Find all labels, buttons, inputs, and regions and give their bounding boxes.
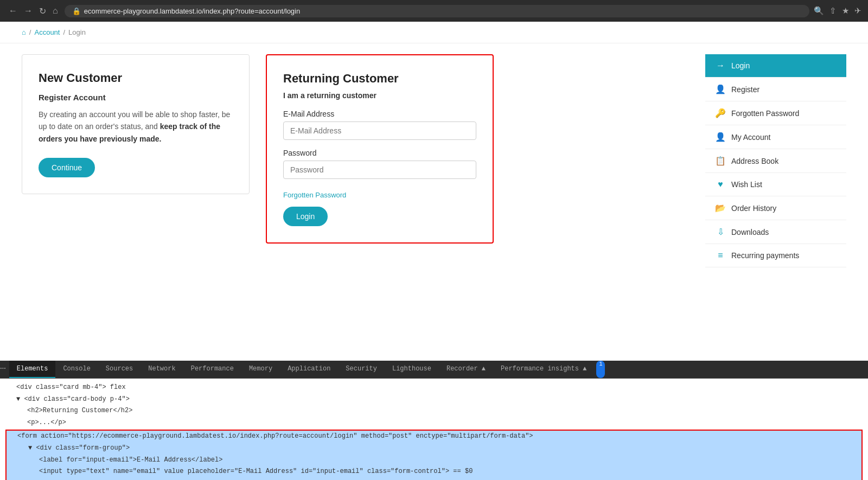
- sidebar-item-downloads[interactable]: ⇩Downloads: [705, 220, 846, 244]
- address-book-icon: 📋: [715, 156, 726, 166]
- continue-button[interactable]: Continue: [39, 158, 95, 177]
- sidebar-item-label: My Account: [731, 133, 770, 142]
- sidebar-item-order-history[interactable]: 📂Order History: [705, 196, 846, 220]
- nav-reload-button[interactable]: ↻: [37, 4, 48, 18]
- my-account-icon: 👤: [715, 132, 726, 142]
- devtools-panel: … ElementsConsoleSourcesNetworkPerforman…: [0, 361, 868, 480]
- devtools-tab-lighthouse[interactable]: Lighthouse: [385, 361, 439, 378]
- devtools-tab-memory[interactable]: Memory: [241, 361, 280, 378]
- sidebar-item-my-account[interactable]: 👤My Account: [705, 125, 846, 149]
- new-customer-description: By creating an account you will be able …: [39, 108, 233, 145]
- sidebar-item-address-book[interactable]: 📋Address Book: [705, 149, 846, 173]
- devtools-tab-network[interactable]: Network: [141, 361, 183, 378]
- sidebar-item-register[interactable]: 👤Register: [705, 78, 846, 101]
- register-icon: 👤: [715, 84, 726, 94]
- devtools-tab-recorder-▲[interactable]: Recorder ▲: [439, 361, 493, 378]
- breadcrumb-sep2: /: [63, 28, 65, 36]
- devtools-line: <p>...</p>: [5, 417, 863, 429]
- sidebar-item-label: Recurring payments: [731, 251, 799, 260]
- password-input[interactable]: [283, 161, 476, 179]
- sidebar-item-wish-list[interactable]: ♥Wish List: [705, 173, 846, 196]
- sidebar-item-label: Login: [731, 61, 750, 70]
- devtools-dots[interactable]: …: [0, 361, 6, 378]
- password-label: Password: [283, 149, 476, 157]
- devtools-tab-security[interactable]: Security: [338, 361, 385, 378]
- devtools-content: <div class="card mb-4"> flex▼ <div class…: [0, 379, 868, 480]
- email-label: E-Mail Address: [283, 110, 476, 118]
- devtools-highlight-box: <form action="https://ecommerce-playgrou…: [5, 430, 863, 480]
- browser-action-icons: 🔍 ⇧ ★ ✈: [814, 6, 861, 16]
- address-bar[interactable]: 🔒 ecommerce-playground.lambdatest.io/ind…: [65, 5, 809, 17]
- url-text: ecommerce-playground.lambdatest.io/index…: [84, 7, 301, 15]
- extension-icon[interactable]: ✈: [854, 6, 861, 16]
- breadcrumb: ⌂ / Account / Login: [0, 22, 868, 43]
- devtools-tab-performance[interactable]: Performance: [183, 361, 241, 378]
- sidebar-item-label: Forgotten Password: [731, 109, 799, 118]
- forgotten-password-link[interactable]: Forgotten Password: [283, 191, 346, 199]
- devtools-tab-performance-insights-▲[interactable]: Performance insights ▲: [493, 361, 594, 378]
- nav-forward-button[interactable]: →: [22, 4, 35, 18]
- nav-back-button[interactable]: ←: [7, 4, 20, 18]
- lock-icon: 🔒: [72, 7, 81, 15]
- devtools-line: ▼ <div class="form-group">: [7, 443, 861, 455]
- devtools-line: <h2>Returning Customer</h2>: [5, 405, 863, 417]
- cards-area: New Customer Register Account By creatin…: [22, 54, 689, 244]
- email-input[interactable]: [283, 121, 476, 140]
- downloads-icon: ⇩: [715, 227, 726, 237]
- returning-customer-heading: Returning Customer: [283, 72, 476, 86]
- devtools-line: </div>: [7, 478, 861, 480]
- sidebar: →Login👤Register🔑Forgotten Password👤My Ac…: [705, 54, 846, 267]
- devtools-line: <div class="card mb-4"> flex: [5, 382, 863, 394]
- breadcrumb-sep1: /: [29, 28, 31, 36]
- devtools-counter: 1: [596, 361, 605, 378]
- password-form-group: Password: [283, 149, 476, 179]
- order-history-icon: 📂: [715, 203, 726, 213]
- main-content: New Customer Register Account By creatin…: [0, 43, 868, 278]
- devtools-tab-elements[interactable]: Elements: [9, 361, 56, 378]
- devtools-line: <form action="https://ecommerce-playgrou…: [7, 431, 861, 443]
- devtools-line: ▼ <div class="card-body p-4">: [5, 394, 863, 406]
- sidebar-item-recurring-payments[interactable]: ≡Recurring payments: [705, 244, 846, 267]
- login-icon: →: [715, 61, 726, 71]
- new-customer-card: New Customer Register Account By creatin…: [22, 54, 250, 194]
- breadcrumb-login: Login: [68, 28, 86, 36]
- devtools-tabs: … ElementsConsoleSourcesNetworkPerforman…: [0, 361, 868, 379]
- devtools-line: <label for="input-email">E-Mail Address<…: [7, 455, 861, 466]
- register-account-heading: Register Account: [39, 93, 233, 102]
- forgotten-password-icon: 🔑: [715, 108, 726, 118]
- devtools-tab-application[interactable]: Application: [280, 361, 338, 378]
- returning-customer-subtitle: I am a returning customer: [283, 91, 476, 100]
- login-button[interactable]: Login: [283, 207, 328, 226]
- share-icon[interactable]: ⇧: [829, 6, 837, 16]
- star-icon[interactable]: ★: [842, 6, 849, 16]
- email-form-group: E-Mail Address: [283, 110, 476, 140]
- new-customer-heading: New Customer: [39, 71, 233, 85]
- devtools-tab-sources[interactable]: Sources: [98, 361, 141, 378]
- sidebar-item-label: Register: [731, 85, 760, 94]
- returning-customer-card: Returning Customer I am a returning cust…: [266, 54, 494, 244]
- devtools-line: <input type="text" name="email" value pl…: [7, 466, 861, 478]
- wish-list-icon: ♥: [715, 180, 726, 189]
- sidebar-item-label: Address Book: [731, 157, 778, 165]
- recurring-payments-icon: ≡: [715, 251, 726, 260]
- breadcrumb-home-link[interactable]: ⌂: [22, 28, 26, 36]
- page-wrapper: ⌂ / Account / Login New Customer Registe…: [0, 22, 868, 361]
- search-icon[interactable]: 🔍: [814, 6, 824, 16]
- sidebar-item-forgotten-password[interactable]: 🔑Forgotten Password: [705, 101, 846, 125]
- sidebar-item-label: Wish List: [731, 180, 762, 189]
- devtools-tab-console[interactable]: Console: [55, 361, 98, 378]
- sidebar-item-label: Downloads: [731, 228, 769, 236]
- nav-home-button[interactable]: ⌂: [50, 4, 60, 18]
- sidebar-item-login[interactable]: →Login: [705, 54, 846, 78]
- sidebar-item-label: Order History: [731, 204, 776, 213]
- breadcrumb-account-link[interactable]: Account: [34, 28, 60, 36]
- browser-chrome: ← → ↻ ⌂ 🔒 ecommerce-playground.lambdates…: [0, 0, 868, 22]
